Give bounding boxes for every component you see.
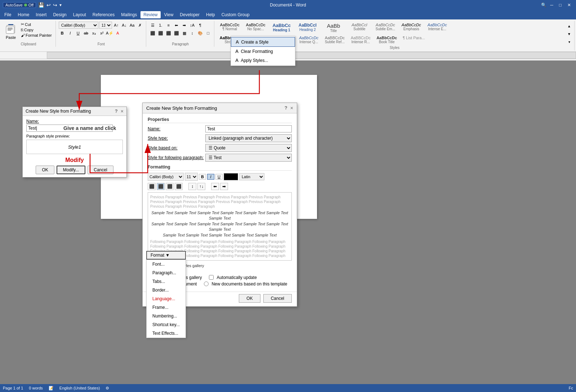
font-family-select[interactable]: Calibri (Body): [59, 22, 98, 29]
paragraph-group: ☰ 1. ≡ ⬅ ➡ ↕A ¶ ⬛ ⬛ ⬛ ⬛ ▦ ↕ 🎨 □ Paragrap…: [147, 21, 214, 47]
sort-btn[interactable]: ↕A: [189, 22, 196, 29]
undo-icon[interactable]: ↩: [46, 2, 51, 8]
decrease-indent-btn[interactable]: ⬅: [173, 22, 180, 29]
italic-btn[interactable]: I: [67, 30, 74, 37]
apply-styles-item[interactable]: A Apply Styles...: [231, 56, 295, 59]
style-row2-1[interactable]: AaBbCcDc Intense Q...: [296, 35, 321, 45]
menu-review[interactable]: Review: [140, 11, 160, 18]
font-color-btn[interactable]: A: [114, 30, 121, 37]
clipboard-area: Paste ✂ Cut ⎘ Copy 🖌 Format Painter: [4, 22, 53, 40]
style-row2-4[interactable]: AaBbCcDc Book Title: [374, 35, 399, 45]
create-style-item[interactable]: A Create a Style: [231, 37, 295, 47]
align-center-btn[interactable]: ⬛: [157, 30, 164, 37]
svg-rect-5: [8, 30, 11, 31]
style-normal[interactable]: AaBbCcDc ¶ Normal: [217, 22, 242, 34]
font-group: Calibri (Body) 11 A↑ A↓ Aa ✗ B I U ab x₂…: [57, 21, 146, 47]
increase-font-btn[interactable]: A↑: [113, 22, 120, 29]
copy-button[interactable]: ⎘ Copy: [19, 27, 53, 32]
menu-layout[interactable]: Layout: [70, 11, 89, 18]
decrease-font-btn[interactable]: A↓: [121, 22, 128, 29]
borders-btn[interactable]: □: [205, 30, 212, 37]
styles-dropdown-menu: A Create a Style A Clear Formatting A Ap…: [231, 36, 295, 59]
svg-rect-4: [8, 29, 13, 30]
search-icon[interactable]: 🔍: [541, 3, 546, 8]
menu-references[interactable]: References: [90, 11, 117, 18]
menu-developer[interactable]: Developer: [177, 11, 202, 18]
clear-format-btn[interactable]: ✗: [137, 22, 144, 29]
menu-home[interactable]: Home: [15, 11, 32, 18]
show-marks-btn[interactable]: ¶: [197, 22, 204, 29]
line-spacing-btn[interactable]: ↕: [189, 30, 196, 37]
style-heading1[interactable]: AaBbCc Heading 1: [269, 22, 294, 34]
copy-icon: ⎘: [21, 28, 23, 32]
autosave-dot: [24, 4, 27, 6]
format-painter-icon: 🖌: [21, 33, 25, 37]
minimize-btn[interactable]: ─: [548, 3, 555, 8]
style-row2-5[interactable]: ¶ List Para...: [400, 35, 428, 45]
clear-formatting-item[interactable]: A Clear Formatting: [231, 47, 295, 56]
subscript-btn[interactable]: x₂: [90, 30, 98, 37]
style-subtleem[interactable]: AaBbCcDc Subtle Em...: [373, 22, 398, 34]
menu-mailings[interactable]: Mailings: [118, 11, 140, 18]
redo-icon[interactable]: ↪: [53, 2, 57, 8]
clipboard-small-buttons: ✂ Cut ⎘ Copy 🖌 Format Painter: [19, 22, 53, 38]
title-bar-controls: 🔍 ─ □ ✕: [541, 3, 573, 8]
save-icon[interactable]: 💾: [38, 2, 44, 8]
style-emphasis[interactable]: AaBbCcDc Emphasis: [399, 22, 424, 34]
paste-button[interactable]: Paste: [4, 22, 18, 40]
font-size-select[interactable]: 11: [99, 22, 112, 29]
style-row2-2[interactable]: AaBBCcDc Subtle Ref...: [322, 35, 347, 45]
apply-styles-icon: A: [235, 58, 238, 59]
paste-label: Paste: [6, 35, 16, 40]
paragraph-label: Paragraph: [149, 41, 212, 46]
create-style-icon: A: [236, 39, 239, 45]
close-btn[interactable]: ✕: [565, 3, 573, 8]
styles-scroll-down[interactable]: ▼: [566, 30, 573, 37]
numbering-btn[interactable]: 1.: [157, 22, 164, 29]
styles-scroll-up[interactable]: ▲: [566, 22, 573, 30]
style-subtitle[interactable]: AaBbCcI Subtitle: [347, 22, 372, 34]
scissors-icon: ✂: [21, 22, 24, 27]
style-heading2[interactable]: AaBbCcI Heading 2: [295, 22, 320, 34]
menu-help[interactable]: Help: [203, 11, 218, 18]
strikethrough-btn[interactable]: ab: [82, 30, 90, 37]
menu-view[interactable]: View: [161, 11, 177, 18]
align-left-btn[interactable]: ⬛: [149, 30, 156, 37]
document-title: Document4 - Word: [270, 3, 306, 8]
menu-file[interactable]: File: [1, 11, 14, 18]
svg-rect-3: [8, 28, 13, 28]
font-label: Font: [59, 41, 144, 46]
restore-btn[interactable]: □: [557, 3, 564, 8]
styles-expand[interactable]: ▾: [566, 38, 573, 45]
autosave-badge[interactable]: AutoSave Off: [3, 2, 36, 8]
title-bar: AutoSave Off 💾 ↩ ↪ ▾ Document4 - Word 🔍 …: [0, 0, 576, 10]
menu-design[interactable]: Design: [50, 11, 69, 18]
underline-btn[interactable]: U: [75, 30, 82, 37]
cut-button[interactable]: ✂ Cut: [19, 22, 53, 27]
style-row2-3[interactable]: AaBBCcDc Intense R...: [348, 35, 373, 45]
justify-btn[interactable]: ⬛: [173, 30, 180, 37]
format-painter-button[interactable]: 🖌 Format Painter: [19, 33, 53, 38]
menu-customgroup[interactable]: Custom Group: [219, 11, 253, 18]
multilevel-btn[interactable]: ≡: [165, 22, 172, 29]
columns-btn[interactable]: ▦: [181, 30, 188, 37]
title-bar-left: AutoSave Off 💾 ↩ ↪ ▾: [3, 2, 62, 8]
text-highlight-btn[interactable]: A⚡: [106, 30, 113, 37]
clipboard-label: Clipboard: [4, 41, 53, 46]
superscript-btn[interactable]: x²: [98, 30, 106, 37]
autosave-state: Off: [28, 3, 34, 7]
clipboard-group: Paste ✂ Cut ⎘ Copy 🖌 Format Painter: [1, 21, 56, 47]
increase-indent-btn[interactable]: ➡: [181, 22, 188, 29]
align-right-btn[interactable]: ⬛: [165, 30, 172, 37]
bullets-btn[interactable]: ☰: [149, 22, 156, 29]
style-intensee[interactable]: AaBbCcDc Intense E...: [425, 22, 450, 34]
quick-access-dropdown[interactable]: ▾: [59, 3, 62, 8]
style-nospacing[interactable]: AaBbCcDc No Spac...: [243, 22, 268, 34]
change-case-btn[interactable]: Aa: [129, 22, 136, 29]
style-title[interactable]: AaBb Title: [321, 22, 346, 34]
bold-btn[interactable]: B: [59, 30, 66, 37]
menu-bar: File Home Insert Design Layout Reference…: [0, 10, 576, 19]
menu-insert[interactable]: Insert: [33, 11, 49, 18]
clear-fmt-icon: A: [235, 49, 238, 54]
shading-btn[interactable]: 🎨: [197, 30, 204, 37]
